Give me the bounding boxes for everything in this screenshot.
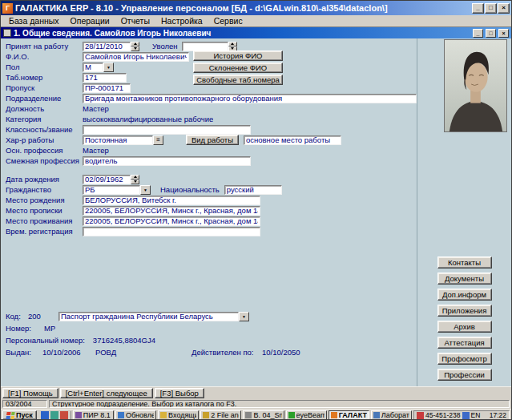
position-value[interactable]: Мастер [83,104,109,113]
taskbar-app-icon [203,412,209,418]
menu-settings[interactable]: Настройка [155,16,208,26]
menu-database[interactable]: База данных [3,16,65,26]
f3-select-button[interactable]: [F3] Выбор [155,388,204,398]
hired-date-input[interactable] [83,42,131,51]
taskbar-window-files[interactable]: 2 File and st... [200,410,241,420]
birth-date-input[interactable] [83,175,131,184]
attachments-button[interactable]: Приложения [437,305,492,317]
extra-info-button[interactable]: Доп.информ [437,289,492,301]
work-nature-label: Хар-р работы [6,135,83,144]
minimize-icon[interactable]: _ [472,3,484,14]
category-value[interactable]: высококвалифицированные рабочие [83,115,213,123]
fired-label: Уволен [152,42,178,50]
taskbar-window-pir[interactable]: ПИР 8.1 [БД ... [73,410,114,420]
birth-place-input[interactable] [83,196,260,205]
doc-type-dropdown-icon[interactable]: ▼ [239,312,249,321]
attestation-button[interactable]: Аттестация [437,337,492,349]
position-label: Должность [6,104,83,113]
reg-address-input[interactable] [83,206,260,216]
doc-issued-by: РОВД [95,348,191,357]
clock[interactable]: 17:22 [490,411,506,419]
doc-type-value[interactable]: Паспорт гражданина Республики Беларусь [58,312,239,321]
taskbar-app-icon [288,412,295,418]
close-icon[interactable]: × [498,3,510,14]
birth-date-spinner[interactable] [131,175,139,184]
citizenship-dropdown-icon[interactable]: ▼ [140,185,151,195]
quicklaunch-icon-2[interactable] [50,411,58,419]
doc-issued-label: Выдан: [6,348,42,357]
doc-close-icon[interactable]: × [498,29,509,38]
temp-reg-label: Врем. регистрация [6,227,83,236]
hired-label: Принят на работу [6,42,83,50]
row-doc-issued: Выдан: 10/10/2006 РОВД Действителен по: … [6,346,417,358]
menu-reports[interactable]: Отчеты [115,16,155,26]
fired-date-input[interactable] [182,42,228,51]
row-doc-code: Код: 200 Паспорт гражданина Республики Б… [6,310,417,322]
nationality-value[interactable]: русский [224,185,282,195]
doc-valid-date: 10/10/2050 [262,348,300,357]
doc-icon [3,29,11,37]
work-nature-input[interactable] [83,135,153,145]
hired-date-spinner[interactable] [131,42,139,51]
taskbar-app-icon [75,412,82,418]
work-kind-value[interactable]: основное место работы [244,135,341,145]
f1-help-button[interactable]: [F1] Помощь [2,388,58,398]
quicklaunch-icon-3[interactable] [60,411,68,419]
row-department: Подразделение [6,93,417,103]
taskbar-window-smoke[interactable]: В. 04_Smoke... [243,410,284,420]
tray-icon-1[interactable] [417,412,424,419]
row-extra-profession: Смежная профессия [6,155,417,166]
taskbar-window-inbox[interactable]: Входящие -... [158,410,199,420]
menu-operations[interactable]: Операции [65,16,115,26]
pass-input[interactable] [83,83,131,93]
doc-maximize-icon[interactable]: □ [486,29,496,38]
work-kind-button[interactable]: Вид работы [186,135,239,145]
work-nature-list-icon[interactable]: ≡ [153,135,163,145]
taskbar-window-galaktika[interactable]: ГАЛАКТИКА... [329,410,369,420]
tab-number-label: Таб.номер [6,73,83,82]
fio-declension-button[interactable]: Склонение ФИО [193,63,283,73]
fio-history-button[interactable]: История ФИО [193,50,283,61]
identity-document-section: Код: 200 Паспорт гражданина Республики Б… [6,310,417,358]
menubar: База данных Операции Отчеты Настройка Се… [1,15,511,27]
class-rank-input[interactable] [83,125,251,135]
taskbar-window-eyebeam[interactable]: eyeBeam [286,410,327,420]
reg-address-label: Место прописки [6,206,83,215]
fio-input[interactable] [83,52,189,62]
ctrl-enter-next-button[interactable]: [Ctrl+Enter] следующее [60,388,153,398]
documents-button[interactable]: Документы [437,273,492,285]
fio-action-buttons: История ФИО Склонение ФИО Свободные таб.… [193,50,283,85]
medical-exam-button[interactable]: Профосмотр [437,353,492,365]
temp-reg-input[interactable] [83,227,260,236]
archive-button[interactable]: Архив [437,321,492,333]
department-input[interactable] [83,94,417,103]
menu-service[interactable]: Сервис [208,16,248,26]
gender-input[interactable] [83,63,103,72]
tray-icon-2[interactable] [462,412,470,419]
citizenship-input[interactable] [83,185,140,195]
tab-number-input[interactable] [83,73,127,83]
professions-button[interactable]: Профессии [437,369,492,381]
taskbar-window-updates[interactable]: Обновлени... [115,410,156,420]
gender-dropdown-icon[interactable]: ▼ [103,63,114,72]
doc-issued-date: 10/10/2006 [42,348,95,357]
taskbar-window-lab[interactable]: Лаборатор... [371,410,412,420]
contacts-button[interactable]: Контакты [437,256,492,269]
row-temp-reg: Врем. регистрация [6,226,417,236]
main-profession-value[interactable]: Мастер [83,146,109,155]
doc-minimize-icon[interactable]: _ [473,29,483,38]
row-birth-date: Дата рождения [6,174,417,184]
live-address-input[interactable] [83,216,260,226]
quicklaunch-icon-1[interactable] [41,411,49,419]
row-doc-number: Номер: МР [6,322,417,334]
fio-label: Ф.И.О. [6,52,83,61]
category-label: Категория [6,115,83,123]
start-button[interactable]: Пуск [2,410,37,420]
keyboard-layout[interactable]: EN [471,411,481,419]
maximize-icon[interactable]: □ [485,3,497,14]
free-tab-numbers-button[interactable]: Свободные таб.номера [193,75,283,85]
extra-profession-input[interactable] [83,156,251,166]
personal-number-label: Персональный номер: [6,336,85,345]
fired-date-spinner[interactable] [228,42,237,51]
start-label: Пуск [16,411,33,419]
